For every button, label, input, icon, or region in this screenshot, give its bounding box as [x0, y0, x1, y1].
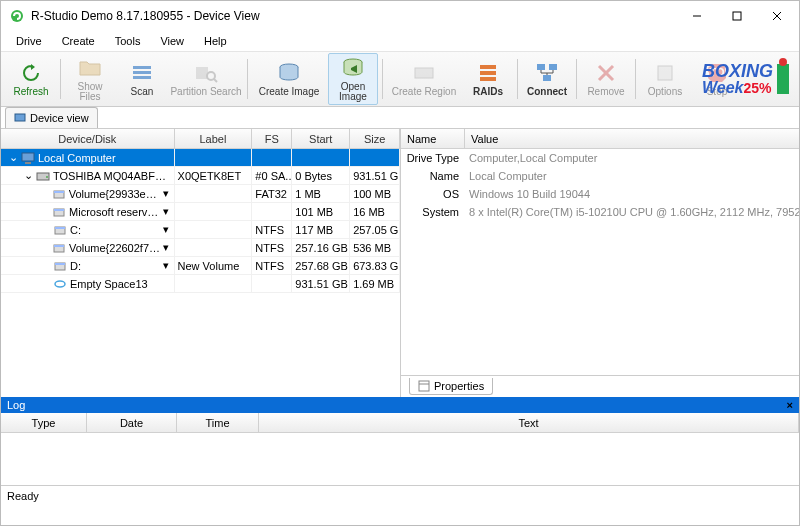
options-button[interactable]: Options [640, 53, 690, 105]
col-label[interactable]: Label [175, 129, 253, 148]
col-prop-name[interactable]: Name [401, 129, 465, 148]
menu-create[interactable]: Create [52, 33, 105, 49]
svg-rect-25 [777, 64, 789, 94]
scan-button[interactable]: Scan [117, 53, 167, 105]
maximize-button[interactable] [717, 2, 757, 30]
options-icon [653, 61, 677, 85]
menu-drive[interactable]: Drive [6, 33, 52, 49]
svg-rect-27 [15, 114, 25, 121]
svg-point-26 [779, 58, 787, 66]
menu-help[interactable]: Help [194, 33, 237, 49]
remove-button[interactable]: Remove [581, 53, 631, 105]
log-close-icon[interactable]: × [787, 399, 793, 411]
table-row[interactable]: C:▾NTFS117 MB257.05 GB [1, 221, 400, 239]
menu-view[interactable]: View [150, 33, 194, 49]
device-tree-header: Device/Disk Label FS Start Size [1, 129, 400, 149]
menu-bar: Drive Create Tools View Help [1, 31, 799, 51]
create-region-button[interactable]: Create Region [387, 53, 461, 105]
property-row: Drive TypeComputer,Local Computer [401, 149, 800, 167]
svg-rect-43 [419, 381, 429, 391]
status-bar: Ready [1, 485, 799, 505]
tab-device-view[interactable]: Device view [5, 107, 98, 128]
svg-rect-35 [54, 209, 64, 211]
title-bar: R-Studio Demo 8.17.180955 - Device View [1, 1, 799, 31]
svg-rect-16 [480, 77, 496, 81]
svg-rect-14 [480, 65, 496, 69]
svg-rect-37 [55, 227, 65, 229]
folder-open-icon [78, 56, 102, 80]
col-device[interactable]: Device/Disk [1, 129, 175, 148]
svg-rect-19 [543, 75, 551, 81]
refresh-button[interactable]: Refresh [6, 53, 56, 105]
raids-button[interactable]: RAIDs [463, 53, 513, 105]
table-row[interactable]: Microsoft reserved ...▾101 MB16 MB [1, 203, 400, 221]
log-body[interactable] [1, 433, 799, 485]
col-size[interactable]: Size [350, 129, 400, 148]
svg-point-31 [46, 176, 48, 178]
col-log-type[interactable]: Type [1, 413, 87, 432]
svg-rect-5 [133, 66, 151, 69]
col-log-date[interactable]: Date [87, 413, 177, 432]
close-button[interactable] [757, 2, 797, 30]
refresh-icon [19, 61, 43, 85]
menu-tools[interactable]: Tools [105, 33, 151, 49]
properties-tab-strip: Properties [401, 375, 800, 397]
remove-icon [594, 61, 618, 85]
create-region-icon [412, 61, 436, 85]
table-row[interactable]: ⌄Local Computer [1, 149, 400, 167]
svg-rect-33 [54, 191, 64, 193]
svg-rect-39 [54, 245, 64, 247]
col-prop-value[interactable]: Value [465, 129, 800, 148]
window-title: R-Studio Demo 8.17.180955 - Device View [31, 9, 677, 23]
connect-button[interactable]: Connect [522, 53, 572, 105]
svg-rect-29 [25, 162, 31, 164]
log-title-bar[interactable]: Log × [1, 397, 799, 413]
open-image-button[interactable]: Open Image [328, 53, 378, 105]
svg-rect-6 [133, 71, 151, 74]
svg-rect-2 [733, 12, 741, 20]
log-title: Log [7, 399, 25, 411]
search-partition-icon [194, 61, 218, 85]
device-tree-panel: Device/Disk Label FS Start Size ⌄Local C… [1, 129, 401, 397]
table-row[interactable]: D:▾New VolumeNTFS257.68 GB673.83 GB [1, 257, 400, 275]
properties-panel: Name Value Drive TypeComputer,Local Comp… [401, 129, 800, 397]
svg-rect-28 [22, 153, 34, 161]
promo-banner[interactable]: BOXING Week25% [702, 56, 793, 104]
scan-icon [130, 61, 154, 85]
property-row: System8 x Intel(R) Core(TM) i5-10210U CP… [401, 203, 800, 221]
col-start[interactable]: Start [292, 129, 350, 148]
property-row: OSWindows 10 Build 19044 [401, 185, 800, 203]
tab-properties[interactable]: Properties [409, 378, 493, 395]
partition-search-button[interactable]: Partition Search [169, 53, 243, 105]
table-row[interactable]: Volume{22602f75-2...▾NTFS257.16 GB536 MB [1, 239, 400, 257]
table-row[interactable]: Empty Space13931.51 GB1.69 MB [1, 275, 400, 293]
svg-line-10 [214, 79, 217, 82]
show-files-button[interactable]: Show Files [65, 53, 115, 105]
property-row: NameLocal Computer [401, 167, 800, 185]
svg-point-42 [55, 281, 65, 287]
col-fs[interactable]: FS [252, 129, 292, 148]
svg-rect-15 [480, 71, 496, 75]
table-row[interactable]: Volume{29933e58-5...▾FAT321 MB100 MB [1, 185, 400, 203]
device-tree-body[interactable]: ⌄Local Computer⌄TOSHIBA MQ04ABF100 ...X0… [1, 149, 400, 397]
log-header: Type Date Time Text [1, 413, 799, 433]
col-log-time[interactable]: Time [177, 413, 259, 432]
connect-icon [535, 61, 559, 85]
create-image-icon [277, 61, 301, 85]
col-log-text[interactable]: Text [259, 413, 799, 432]
toolbar: Refresh Show Files Scan Partition Search… [1, 51, 799, 107]
tab-strip: Device view [1, 107, 799, 129]
svg-rect-13 [415, 68, 433, 78]
status-text: Ready [7, 490, 39, 502]
device-view-icon [14, 112, 26, 124]
properties-list: Drive TypeComputer,Local ComputerNameLoc… [401, 149, 800, 375]
main-body: Device/Disk Label FS Start Size ⌄Local C… [1, 129, 799, 397]
open-image-icon [341, 56, 365, 80]
minimize-button[interactable] [677, 2, 717, 30]
svg-rect-17 [537, 64, 545, 70]
table-row[interactable]: ⌄TOSHIBA MQ04ABF100 ...X0QETK8ET#0 SA...… [1, 167, 400, 185]
raids-icon [476, 61, 500, 85]
app-icon [9, 8, 25, 24]
create-image-button[interactable]: Create Image [252, 53, 326, 105]
svg-rect-22 [658, 66, 672, 80]
